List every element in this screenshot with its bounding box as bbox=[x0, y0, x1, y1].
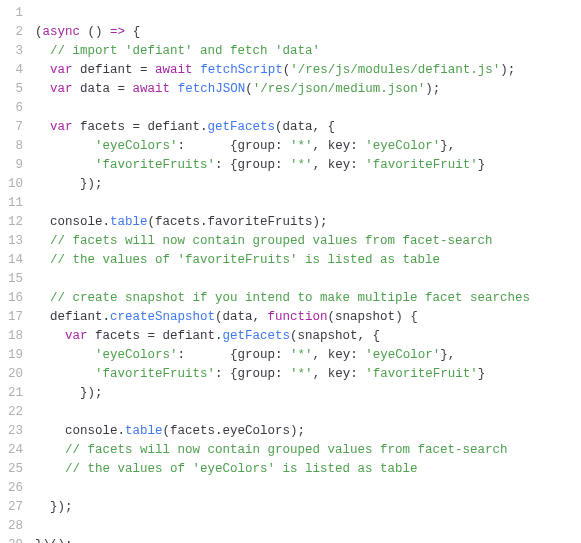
line-number: 16 bbox=[8, 289, 23, 308]
token-string: 'favoriteFruit' bbox=[365, 158, 478, 172]
code-line: var defiant = await fetchScript('/res/js… bbox=[35, 61, 581, 80]
token-punct: , bbox=[313, 139, 328, 153]
line-number: 2 bbox=[8, 23, 23, 42]
token-plain bbox=[35, 253, 50, 267]
token-punct: : bbox=[275, 158, 290, 172]
line-number: 25 bbox=[8, 460, 23, 479]
code-line bbox=[35, 479, 581, 498]
token-plain bbox=[125, 82, 133, 96]
token-punct: = bbox=[140, 63, 148, 77]
code-line bbox=[35, 270, 581, 289]
token-string: '*' bbox=[290, 348, 313, 362]
token-string: '*' bbox=[290, 367, 313, 381]
token-comment: // create snapshot if you intend to make… bbox=[50, 291, 530, 305]
token-punct: })(); bbox=[35, 538, 73, 543]
code-line: }); bbox=[35, 498, 581, 517]
token-punct: : { bbox=[178, 348, 238, 362]
token-plain: facets bbox=[88, 329, 148, 343]
line-number: 1 bbox=[8, 4, 23, 23]
code-line: // the values of 'favoriteFruits' is lis… bbox=[35, 251, 581, 270]
code-line: (async () => { bbox=[35, 23, 581, 42]
token-punct: ( bbox=[245, 82, 253, 96]
token-string: '/res/json/medium.json' bbox=[253, 82, 426, 96]
token-plain: defiant. bbox=[140, 120, 208, 134]
token-func: createSnapshot bbox=[110, 310, 215, 324]
token-plain: data bbox=[73, 82, 118, 96]
line-number: 23 bbox=[8, 422, 23, 441]
code-line: var data = await fetchJSON('/res/json/me… bbox=[35, 80, 581, 99]
token-punct: : bbox=[275, 348, 290, 362]
token-plain bbox=[80, 25, 88, 39]
line-number: 22 bbox=[8, 403, 23, 422]
line-number: 28 bbox=[8, 517, 23, 536]
token-keyword: async bbox=[43, 25, 81, 39]
token-punct: : bbox=[275, 367, 290, 381]
token-punct: , bbox=[313, 367, 328, 381]
token-plain: console. bbox=[35, 215, 110, 229]
token-string: '*' bbox=[290, 158, 313, 172]
token-plain bbox=[35, 139, 95, 153]
code-line: defiant.createSnapshot(data, function(sn… bbox=[35, 308, 581, 327]
token-plain bbox=[35, 443, 65, 457]
line-number: 3 bbox=[8, 42, 23, 61]
token-keyword: var bbox=[50, 63, 73, 77]
token-punct: (facets.eyeColors); bbox=[163, 424, 306, 438]
token-punct: }); bbox=[35, 500, 73, 514]
line-number: 5 bbox=[8, 80, 23, 99]
token-plain: defiant. bbox=[155, 329, 223, 343]
token-func: getFacets bbox=[223, 329, 291, 343]
token-prop: group bbox=[238, 139, 276, 153]
token-punct: , bbox=[313, 348, 328, 362]
token-punct: (snapshot, { bbox=[290, 329, 380, 343]
token-comment: // facets will now contain grouped value… bbox=[50, 234, 493, 248]
token-plain bbox=[35, 158, 95, 172]
token-plain bbox=[148, 63, 156, 77]
token-string: '/res/js/modules/defiant.js' bbox=[290, 63, 500, 77]
token-plain: console. bbox=[35, 424, 125, 438]
token-punct: , bbox=[313, 158, 328, 172]
token-punct: = bbox=[133, 120, 141, 134]
token-comment: // the values of 'favoriteFruits' is lis… bbox=[50, 253, 440, 267]
token-plain bbox=[125, 25, 133, 39]
token-prop: key bbox=[328, 139, 351, 153]
token-string: 'eyeColors' bbox=[95, 348, 178, 362]
token-func: fetchScript bbox=[200, 63, 283, 77]
token-punct: (data, { bbox=[275, 120, 335, 134]
token-plain bbox=[170, 82, 178, 96]
code-line: // facets will now contain grouped value… bbox=[35, 441, 581, 460]
token-keyword: await bbox=[133, 82, 171, 96]
line-number: 13 bbox=[8, 232, 23, 251]
line-number: 10 bbox=[8, 175, 23, 194]
code-line bbox=[35, 403, 581, 422]
line-number: 19 bbox=[8, 346, 23, 365]
line-number: 4 bbox=[8, 61, 23, 80]
code-line: console.table(facets.favoriteFruits); bbox=[35, 213, 581, 232]
token-punct: }); bbox=[35, 386, 103, 400]
token-plain: facets bbox=[73, 120, 133, 134]
code-editor: 1234567891011121314151617181920212223242… bbox=[0, 4, 581, 543]
code-line: }); bbox=[35, 384, 581, 403]
line-number: 24 bbox=[8, 441, 23, 460]
token-punct: : { bbox=[178, 139, 238, 153]
token-plain bbox=[35, 329, 65, 343]
line-number: 8 bbox=[8, 137, 23, 156]
token-comment: // import 'defiant' and fetch 'data' bbox=[50, 44, 320, 58]
token-plain bbox=[193, 63, 201, 77]
token-punct: : bbox=[350, 348, 365, 362]
line-number: 12 bbox=[8, 213, 23, 232]
token-comment: // the values of 'eyeColors' is listed a… bbox=[65, 462, 418, 476]
token-punct: : { bbox=[215, 158, 238, 172]
token-plain bbox=[35, 348, 95, 362]
code-line: })(); bbox=[35, 536, 581, 543]
line-number: 29 bbox=[8, 536, 23, 543]
token-plain bbox=[35, 44, 50, 58]
token-prop: key bbox=[328, 367, 351, 381]
line-number: 7 bbox=[8, 118, 23, 137]
token-string: 'favoriteFruit' bbox=[365, 367, 478, 381]
token-punct: { bbox=[133, 25, 141, 39]
token-plain bbox=[35, 462, 65, 476]
code-line bbox=[35, 99, 581, 118]
token-comment: // facets will now contain grouped value… bbox=[65, 443, 508, 457]
token-prop: group bbox=[238, 158, 276, 172]
code-line: // the values of 'eyeColors' is listed a… bbox=[35, 460, 581, 479]
